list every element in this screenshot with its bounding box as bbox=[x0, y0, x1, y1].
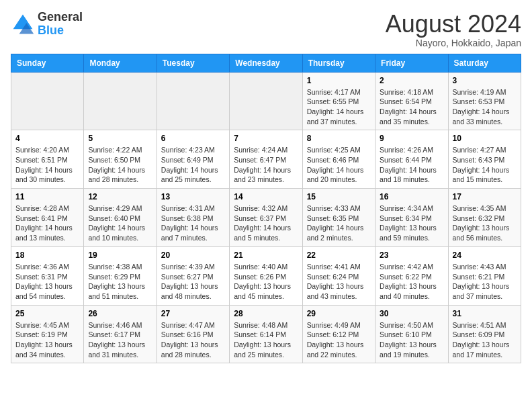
sunset-label: Sunset: 6:41 PM bbox=[15, 214, 68, 222]
calendar-cell: 12Sunrise: 4:29 AMSunset: 6:40 PMDayligh… bbox=[84, 189, 157, 247]
calendar-cell: 30Sunrise: 4:50 AMSunset: 6:10 PMDayligh… bbox=[375, 305, 448, 363]
cell-info: Sunrise: 4:25 AMSunset: 6:46 PMDaylight:… bbox=[307, 145, 371, 185]
day-number: 3 bbox=[453, 76, 517, 85]
calendar-cell: 18Sunrise: 4:36 AMSunset: 6:31 PMDayligh… bbox=[11, 246, 84, 305]
cell-info: Sunrise: 4:49 AMSunset: 6:12 PMDaylight:… bbox=[307, 320, 371, 360]
day-number: 24 bbox=[453, 250, 517, 260]
day-number: 22 bbox=[307, 250, 371, 260]
day-number: 19 bbox=[88, 250, 152, 260]
weekday-header-thursday: Thursday bbox=[302, 54, 375, 72]
day-number: 25 bbox=[15, 309, 79, 318]
calendar-week-4: 18Sunrise: 4:36 AMSunset: 6:31 PMDayligh… bbox=[11, 246, 521, 305]
calendar-cell bbox=[230, 72, 302, 130]
sunset-label: Sunset: 6:43 PM bbox=[453, 156, 505, 164]
sunrise-label: Sunrise: 4:42 AM bbox=[380, 263, 433, 271]
day-number: 30 bbox=[380, 309, 443, 318]
daylight-label: Daylight: 13 hours and 31 minutes. bbox=[88, 340, 145, 359]
daylight-label: Daylight: 14 hours and 23 minutes. bbox=[234, 166, 291, 184]
calendar-cell: 16Sunrise: 4:34 AMSunset: 6:34 PMDayligh… bbox=[375, 189, 448, 247]
calendar-cell: 26Sunrise: 4:46 AMSunset: 6:17 PMDayligh… bbox=[84, 305, 157, 363]
sunrise-label: Sunrise: 4:39 AM bbox=[161, 263, 215, 271]
sunset-label: Sunset: 6:09 PM bbox=[453, 330, 505, 338]
daylight-label: Daylight: 14 hours and 7 minutes. bbox=[161, 224, 218, 242]
day-number: 10 bbox=[453, 134, 517, 143]
day-number: 7 bbox=[234, 134, 298, 143]
calendar-week-2: 4Sunrise: 4:20 AMSunset: 6:51 PMDaylight… bbox=[11, 130, 521, 189]
sunrise-label: Sunrise: 4:45 AM bbox=[15, 321, 69, 329]
calendar-cell bbox=[84, 72, 157, 130]
calendar-cell: 3Sunrise: 4:19 AMSunset: 6:53 PMDaylight… bbox=[448, 72, 521, 130]
daylight-label: Daylight: 14 hours and 13 minutes. bbox=[15, 224, 73, 242]
daylight-label: Daylight: 14 hours and 20 minutes. bbox=[307, 166, 364, 184]
sunrise-label: Sunrise: 4:20 AM bbox=[15, 146, 69, 154]
calendar-week-3: 11Sunrise: 4:28 AMSunset: 6:41 PMDayligh… bbox=[11, 189, 521, 247]
sunrise-label: Sunrise: 4:17 AM bbox=[307, 88, 361, 96]
day-number: 18 bbox=[15, 250, 79, 260]
cell-info: Sunrise: 4:26 AMSunset: 6:44 PMDaylight:… bbox=[380, 145, 443, 185]
day-number: 16 bbox=[380, 192, 443, 201]
day-number: 29 bbox=[307, 309, 371, 318]
sunset-label: Sunset: 6:10 PM bbox=[380, 330, 432, 338]
calendar-cell: 29Sunrise: 4:49 AMSunset: 6:12 PMDayligh… bbox=[302, 305, 375, 363]
sunset-label: Sunset: 6:12 PM bbox=[307, 330, 359, 338]
cell-info: Sunrise: 4:31 AMSunset: 6:38 PMDaylight:… bbox=[161, 203, 225, 243]
day-number: 9 bbox=[380, 134, 443, 143]
sunset-label: Sunset: 6:50 PM bbox=[88, 156, 140, 164]
sunset-label: Sunset: 6:51 PM bbox=[15, 156, 68, 164]
daylight-label: Daylight: 13 hours and 19 minutes. bbox=[380, 340, 437, 359]
daylight-label: Daylight: 13 hours and 22 minutes. bbox=[307, 340, 364, 359]
calendar-cell: 27Sunrise: 4:47 AMSunset: 6:16 PMDayligh… bbox=[157, 305, 229, 363]
sunrise-label: Sunrise: 4:36 AM bbox=[15, 263, 69, 271]
calendar-cell: 25Sunrise: 4:45 AMSunset: 6:19 PMDayligh… bbox=[11, 305, 84, 363]
day-number: 13 bbox=[161, 192, 225, 201]
sunrise-label: Sunrise: 4:35 AM bbox=[453, 204, 506, 212]
day-number: 6 bbox=[161, 134, 225, 143]
sunset-label: Sunset: 6:19 PM bbox=[15, 330, 68, 338]
day-number: 26 bbox=[88, 309, 152, 318]
calendar-cell: 6Sunrise: 4:23 AMSunset: 6:49 PMDaylight… bbox=[157, 130, 229, 189]
logo-general-text: General bbox=[38, 10, 83, 24]
cell-info: Sunrise: 4:35 AMSunset: 6:32 PMDaylight:… bbox=[453, 203, 517, 243]
sunset-label: Sunset: 6:24 PM bbox=[307, 273, 359, 281]
sunrise-label: Sunrise: 4:51 AM bbox=[453, 321, 506, 329]
calendar-cell: 31Sunrise: 4:51 AMSunset: 6:09 PMDayligh… bbox=[448, 305, 521, 363]
day-number: 15 bbox=[307, 192, 371, 201]
calendar-cell bbox=[11, 72, 84, 130]
weekday-header-wednesday: Wednesday bbox=[230, 54, 302, 72]
daylight-label: Daylight: 14 hours and 15 minutes. bbox=[453, 166, 510, 184]
sunset-label: Sunset: 6:21 PM bbox=[453, 273, 505, 281]
daylight-label: Daylight: 13 hours and 59 minutes. bbox=[380, 224, 437, 242]
calendar-cell bbox=[157, 72, 229, 130]
calendar-cell: 1Sunrise: 4:17 AMSunset: 6:55 PMDaylight… bbox=[302, 72, 375, 130]
location-subtitle: Nayoro, Hokkaido, Japan bbox=[386, 38, 521, 48]
daylight-label: Daylight: 13 hours and 56 minutes. bbox=[453, 224, 510, 242]
sunset-label: Sunset: 6:16 PM bbox=[161, 330, 214, 338]
calendar-cell: 23Sunrise: 4:42 AMSunset: 6:22 PMDayligh… bbox=[375, 246, 448, 305]
cell-info: Sunrise: 4:43 AMSunset: 6:21 PMDaylight:… bbox=[453, 262, 517, 302]
cell-info: Sunrise: 4:39 AMSunset: 6:27 PMDaylight:… bbox=[161, 262, 225, 302]
sunrise-label: Sunrise: 4:29 AM bbox=[88, 204, 142, 212]
calendar-cell: 7Sunrise: 4:24 AMSunset: 6:47 PMDaylight… bbox=[230, 130, 302, 189]
calendar-cell: 17Sunrise: 4:35 AMSunset: 6:32 PMDayligh… bbox=[448, 189, 521, 247]
sunset-label: Sunset: 6:54 PM bbox=[380, 97, 432, 105]
sunrise-label: Sunrise: 4:41 AM bbox=[307, 263, 361, 271]
daylight-label: Daylight: 14 hours and 10 minutes. bbox=[88, 224, 145, 242]
cell-info: Sunrise: 4:17 AMSunset: 6:55 PMDaylight:… bbox=[307, 87, 371, 127]
sunrise-label: Sunrise: 4:22 AM bbox=[88, 146, 142, 154]
cell-info: Sunrise: 4:36 AMSunset: 6:31 PMDaylight:… bbox=[15, 262, 79, 302]
day-number: 17 bbox=[453, 192, 517, 201]
calendar-cell: 8Sunrise: 4:25 AMSunset: 6:46 PMDaylight… bbox=[302, 130, 375, 189]
cell-info: Sunrise: 4:41 AMSunset: 6:24 PMDaylight:… bbox=[307, 262, 371, 302]
day-number: 28 bbox=[234, 309, 298, 318]
day-number: 20 bbox=[161, 250, 225, 260]
page-header: General Blue August 2024 Nayoro, Hokkaid… bbox=[11, 11, 521, 48]
sunset-label: Sunset: 6:38 PM bbox=[161, 214, 214, 222]
cell-info: Sunrise: 4:24 AMSunset: 6:47 PMDaylight:… bbox=[234, 145, 298, 185]
daylight-label: Daylight: 13 hours and 37 minutes. bbox=[453, 282, 510, 300]
sunrise-label: Sunrise: 4:46 AM bbox=[88, 321, 142, 329]
daylight-label: Daylight: 13 hours and 54 minutes. bbox=[15, 282, 73, 300]
daylight-label: Daylight: 14 hours and 35 minutes. bbox=[380, 107, 437, 126]
cell-info: Sunrise: 4:18 AMSunset: 6:54 PMDaylight:… bbox=[380, 87, 443, 127]
sunrise-label: Sunrise: 4:47 AM bbox=[161, 321, 215, 329]
month-year-title: August 2024 bbox=[386, 11, 521, 38]
